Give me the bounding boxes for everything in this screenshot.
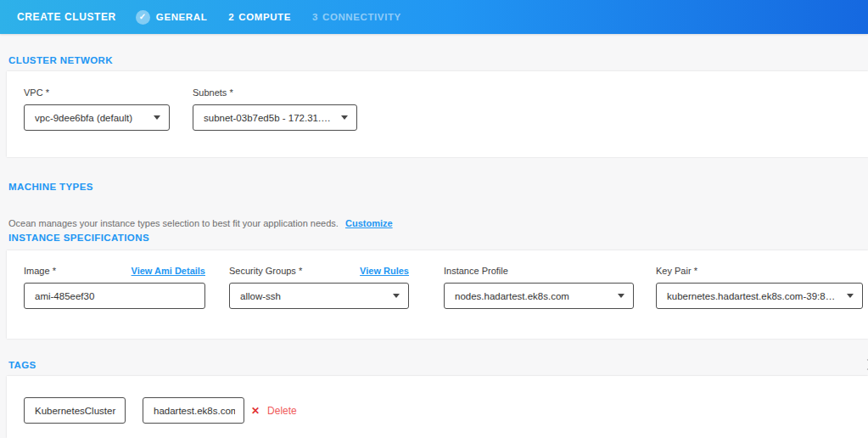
wizard-steps: ✓ GENERAL 2 COMPUTE 3 CONNECTIVITY <box>136 10 423 25</box>
security-groups-select-value: allow-ssh <box>240 291 386 301</box>
view-rules-link[interactable]: View Rules <box>360 266 409 276</box>
step-connectivity-number: 3 <box>312 12 318 22</box>
instance-profile-select[interactable]: nodes.hadartest.ek8s.com <box>444 283 634 309</box>
step-general-label: GENERAL <box>156 12 207 22</box>
subnets-field: Subnets * subnet-03b7ed5b - 172.31.0.0/2… <box>193 87 357 131</box>
delete-x-icon: ✕ <box>251 406 260 416</box>
step-compute-label: COMPUTE <box>238 12 291 22</box>
vpc-select[interactable]: vpc-9dee6bfa (default) <box>24 104 170 131</box>
step-connectivity-label: CONNECTIVITY <box>322 12 401 22</box>
instance-profile-label: Instance Profile <box>444 266 634 277</box>
caret-down-icon <box>341 115 348 120</box>
security-groups-select[interactable]: allow-ssh <box>229 283 409 309</box>
section-title-tags: TAGS <box>8 360 36 370</box>
image-label: Image * <box>24 266 56 277</box>
tag-value-input[interactable] <box>143 397 244 424</box>
caret-down-icon <box>154 115 160 120</box>
image-field: Image * View Ami Details <box>24 266 205 309</box>
key-pair-label: Key Pair * <box>656 266 863 277</box>
step-compute[interactable]: 2 COMPUTE <box>228 12 291 22</box>
delete-tag-label: Delete <box>267 405 297 417</box>
machine-types-description-text: Ocean manages your instance types select… <box>8 218 339 228</box>
machine-types-description: Ocean manages your instance types select… <box>8 218 393 228</box>
security-groups-field: Security Groups * View Rules allow-ssh <box>229 266 409 309</box>
step-connectivity[interactable]: 3 CONNECTIVITY <box>312 12 401 22</box>
caret-down-icon <box>847 294 854 298</box>
caret-down-icon <box>393 294 400 298</box>
instance-profile-select-value: nodes.hadartest.ek8s.com <box>455 291 611 301</box>
vpc-label: VPC * <box>24 87 170 98</box>
section-title-instance-specifications: INSTANCE SPECIFICATIONS <box>8 233 149 243</box>
page-title: CREATE CLUSTER <box>17 11 116 23</box>
key-pair-field: Key Pair * kubernetes.hadartest.ek8s.com… <box>656 266 863 309</box>
cluster-network-card: VPC * vpc-9dee6bfa (default) Subnets * s… <box>7 71 868 157</box>
check-circle-icon: ✓ <box>136 10 150 25</box>
vpc-field: VPC * vpc-9dee6bfa (default) <box>24 87 170 131</box>
create-cluster-screen: CREATE CLUSTER ✓ GENERAL 2 COMPUTE 3 CON… <box>0 0 868 438</box>
tags-card: ✕ Delete <box>7 376 868 438</box>
subnets-label: Subnets * <box>193 87 357 98</box>
vpc-select-value: vpc-9dee6bfa (default) <box>35 113 147 123</box>
image-input[interactable] <box>24 283 205 309</box>
instance-profile-field: Instance Profile nodes.hadartest.ek8s.co… <box>444 266 634 309</box>
subnets-select[interactable]: subnet-03b7ed5b - 172.31.0.0/20 ... <box>193 104 357 131</box>
section-title-machine-types: MACHINE TYPES <box>8 182 93 192</box>
view-ami-details-link[interactable]: View Ami Details <box>132 266 205 276</box>
step-general[interactable]: ✓ GENERAL <box>136 10 207 25</box>
step-compute-number: 2 <box>228 12 234 22</box>
subnets-select-value: subnet-03b7ed5b - 172.31.0.0/20 ... <box>204 113 334 123</box>
key-pair-select[interactable]: kubernetes.hadartest.ek8s.com-39:84:a5:9… <box>656 283 863 309</box>
key-pair-select-value: kubernetes.hadartest.ek8s.com-39:84:a5:9… <box>667 291 840 301</box>
customize-link[interactable]: Customize <box>345 218 393 228</box>
instance-specifications-card: Image * View Ami Details Security Groups… <box>7 250 868 339</box>
section-title-cluster-network: CLUSTER NETWORK <box>8 55 113 65</box>
wizard-topbar: CREATE CLUSTER ✓ GENERAL 2 COMPUTE 3 CON… <box>0 0 868 34</box>
delete-tag-button[interactable]: ✕ Delete <box>251 397 297 424</box>
caret-down-icon <box>618 294 624 298</box>
security-groups-label: Security Groups * <box>229 266 302 277</box>
collapse-chevron-icon[interactable] <box>862 359 868 370</box>
tag-key-input[interactable] <box>24 397 126 424</box>
